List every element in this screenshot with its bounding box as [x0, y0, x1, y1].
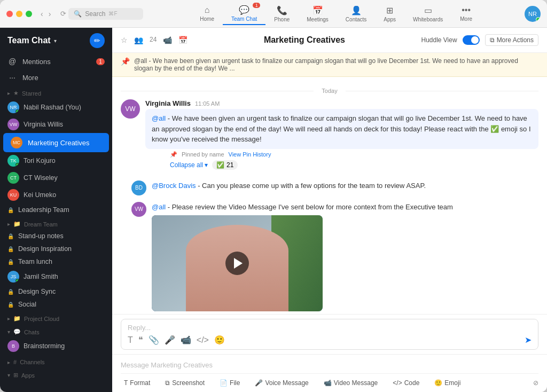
huddle-toggle[interactable] — [463, 35, 480, 45]
emoji-reply-icon[interactable]: 🙂 — [214, 335, 225, 345]
group-icon[interactable]: 👥 — [134, 36, 143, 44]
video-thumbnail[interactable] — [152, 215, 323, 311]
meetings-icon: 📅 — [312, 5, 323, 15]
sidebar-item-marketing[interactable]: MC Marketing Creatives — [3, 133, 109, 152]
sub-message-virginia2: VW @all - Please review the Video Messag… — [131, 202, 538, 312]
nav-tabs: ⌂ Home 1 💬 Team Chat 📞 Phone 📅 Meetings … — [152, 3, 520, 25]
minimize-button[interactable] — [16, 11, 22, 17]
attach-icon[interactable]: 📎 — [149, 335, 159, 345]
reply-input[interactable]: Reply... — [128, 324, 532, 332]
microphone-icon[interactable]: 🎤 — [165, 335, 175, 345]
text-format-icon[interactable]: T — [128, 335, 133, 345]
settings-icon[interactable]: ⟳ — [58, 9, 68, 19]
tab-meetings[interactable]: 📅 Meetings — [298, 3, 337, 25]
search-bar[interactable]: 🔍 Search ⌘F — [68, 8, 143, 20]
mention-all[interactable]: @all — [152, 114, 166, 122]
emoji-count-badge[interactable]: ✅ 21 — [212, 160, 238, 170]
forward-button[interactable]: › — [46, 9, 53, 19]
collapse-chevron: ▾ — [205, 161, 208, 169]
tab-team-chat[interactable]: 1 💬 Team Chat — [223, 3, 265, 25]
dream-team-section: ▸ 📁 Dream Team — [0, 216, 112, 230]
file-button[interactable]: 📄 File — [216, 377, 243, 389]
sidebar-channel-team-lunch[interactable]: 🔒 Team lunch — [0, 255, 112, 268]
messages-container[interactable]: Today VW Virginia Willis 11:05 AM @all — [112, 77, 547, 314]
brock-msg-text: @Brock Davis - Can you please come up wi… — [152, 181, 538, 191]
quote-icon[interactable]: ❝ — [138, 335, 143, 345]
virginia2-mention[interactable]: @all — [152, 203, 166, 211]
sidebar-user-jamil[interactable]: JS Jamil Smith — [0, 268, 112, 285]
video-msg-icon[interactable]: 📹 — [181, 335, 191, 345]
more-label: More — [22, 74, 38, 82]
apps-toggle-icon[interactable]: ▾ — [7, 372, 10, 378]
msg-body: - We have been given an urgent task to f… — [152, 114, 531, 143]
dream-team-toggle-icon[interactable]: ▸ — [7, 221, 10, 227]
more-actions-button[interactable]: ⧉ More Actions — [485, 34, 538, 46]
video-icon[interactable]: 📹 — [163, 36, 172, 44]
screenshot-button[interactable]: ⧉ Screenshot — [162, 377, 208, 389]
play-button[interactable] — [225, 252, 249, 275]
contacts-icon: 👤 — [351, 5, 362, 15]
close-button[interactable] — [6, 11, 13, 17]
filter-icon[interactable]: ⊘ — [533, 379, 538, 387]
reply-input-wrap: Reply... T ❝ 📎 🎤 📹 </> 🙂 ➤ — [121, 319, 538, 350]
user-avatar-top[interactable]: NR — [525, 6, 541, 22]
video-message-button[interactable]: 📹 Video Message — [321, 377, 381, 389]
fullscreen-button[interactable] — [26, 11, 32, 17]
chat-area: ☆ 👥 24 📹 📅 Marketing Creatives Huddle Vi… — [112, 28, 547, 392]
tab-contacts[interactable]: 👤 Contacts — [337, 3, 375, 25]
screenshot-label: Screenshot — [172, 379, 205, 387]
collapse-button[interactable]: Collapse all ▾ — [170, 161, 208, 169]
sidebar-channel-design-sync[interactable]: 🔒 Design Sync — [0, 285, 112, 298]
code-button[interactable]: </> Code — [389, 377, 423, 389]
team-chat-badge: 1 — [253, 3, 260, 8]
tab-whiteboards[interactable]: ▭ Whiteboards — [404, 3, 451, 25]
date-divider: Today — [121, 88, 538, 94]
virginia-avatar: VW — [7, 119, 19, 130]
sidebar-channel-social[interactable]: 🔒 Social — [0, 298, 112, 311]
code-icon[interactable]: </> — [197, 335, 209, 345]
view-pin-history-link[interactable]: View Pin History — [229, 151, 271, 158]
sidebar-item-more[interactable]: ··· More — [0, 69, 112, 85]
reply-send-icon[interactable]: ➤ — [525, 335, 532, 345]
brock-mention[interactable]: @Brock Davis — [152, 182, 196, 190]
tab-team-chat-label: Team Chat — [231, 16, 257, 22]
mentions-label: Mentions — [22, 58, 51, 66]
pin-emoji: 📌 — [121, 57, 130, 66]
voice-button[interactable]: 🎤 Voice Message — [252, 377, 311, 389]
emoji-icon: ✅ — [216, 161, 224, 169]
sidebar-user-tori[interactable]: TK Tori Kojuro — [0, 152, 112, 169]
folder-icon: 📁 — [13, 221, 21, 228]
channels-toggle-icon[interactable]: ▸ — [7, 359, 10, 365]
chats-toggle-icon[interactable]: ▾ — [7, 329, 10, 335]
sidebar-channel-design-inspiration[interactable]: 🔒 Design Inspiration — [0, 242, 112, 255]
star-icon[interactable]: ☆ — [121, 36, 128, 44]
calendar-icon[interactable]: 📅 — [178, 36, 187, 44]
sidebar-channel-standup[interactable]: 🔒 Stand-up notes — [0, 230, 112, 242]
sidebar-user-virginia[interactable]: VW Virginia Willis — [0, 116, 112, 133]
sidebar-user-ct[interactable]: CT CT Wiseley — [0, 169, 112, 186]
msg-time: 11:05 AM — [195, 100, 220, 107]
tab-apps[interactable]: ⊞ Apps — [375, 3, 404, 25]
compose-placeholder[interactable]: Message Marketing Creatives — [121, 359, 538, 373]
sidebar-chat-brainstorming[interactable]: B Brainstorming — [0, 338, 112, 355]
sidebar-item-mentions[interactable]: @ Mentions 1 — [0, 53, 112, 69]
jamil-name: Jamil Smith — [24, 273, 58, 280]
sidebar-user-nabil[interactable]: NR Nabil Rashad (You) — [0, 99, 112, 116]
tab-more[interactable]: ••• More — [451, 3, 481, 24]
project-cloud-toggle-icon[interactable]: ▸ — [7, 316, 10, 322]
back-button[interactable]: ‹ — [38, 9, 45, 19]
starred-section: ▸ ★ Starred — [0, 85, 112, 99]
emoji-button[interactable]: 🙂 Emoji — [431, 377, 464, 389]
tab-phone[interactable]: 📞 Phone — [265, 3, 298, 25]
sidebar-channel-leadership[interactable]: 🔒 Leadership Team — [0, 203, 112, 216]
starred-toggle-icon[interactable]: ▸ — [7, 90, 10, 96]
tab-home[interactable]: ⌂ Home — [191, 3, 223, 24]
tab-phone-label: Phone — [274, 17, 290, 22]
lunch-lock-icon: 🔒 — [7, 259, 14, 265]
chat-header: ☆ 👥 24 📹 📅 Marketing Creatives Huddle Vi… — [112, 28, 547, 53]
compose-button[interactable]: ✏ — [90, 33, 105, 48]
format-button[interactable]: T Format — [121, 377, 153, 389]
pinned-bar: 📌 Pinned by name View Pin History — [170, 151, 538, 158]
project-folder-icon: 📁 — [13, 315, 21, 322]
sidebar-user-kei[interactable]: KU Kei Umeko — [0, 186, 112, 203]
